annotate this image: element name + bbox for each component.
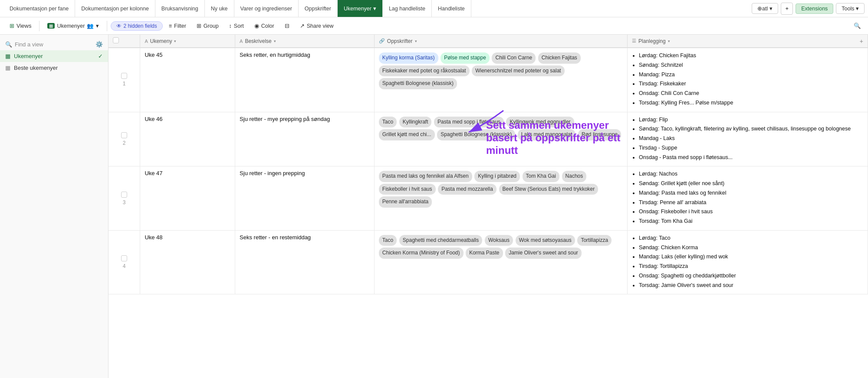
cell-beskrivelse-2[interactable]: Sju retter - mye prepping på søndag [235,112,375,166]
layout-icon: ⊟ [285,23,289,29]
tag[interactable]: Spaghetti Bolognese (klassisk) [437,129,515,140]
planlegging-list-3: Lørdag: Nachos Søndag: Grillet kjøtt (el… [632,170,863,225]
row-checkbox-2[interactable] [121,132,127,138]
list-item: Lørdag: Nachos [639,170,863,178]
tag[interactable]: Laks med mangosalat [518,129,575,140]
atl-button[interactable]: ⊕atl ▾ [752,3,778,14]
tag[interactable]: Beef Stew (Serious Eats) med trykkoker [499,184,598,195]
tag[interactable]: Taco [379,235,397,246]
share-button[interactable]: ↗ Share view [296,21,338,31]
tag[interactable]: Pasta med sopp i fløtesaus [434,117,504,128]
cell-ukemeny-2[interactable]: Uke 46 [140,112,235,166]
hidden-fields-button[interactable]: 👁 2 hidden fields [111,21,162,31]
list-item: Onsdag: Fiskeboller i hvit saus [639,208,863,216]
cell-oppskrifter-1[interactable]: Kylling korma (Saritas) Pølse med stappe… [374,48,627,112]
tag[interactable]: Kyllingwok med eggnudler [506,117,574,128]
tag[interactable]: Kylling korma (Saritas) [379,52,438,64]
tab-lag-handleliste[interactable]: Lag handleliste [383,0,432,17]
tag[interactable]: Tortillapizza [577,235,612,246]
tools-button[interactable]: Tools ▾ [836,3,865,14]
tab-varer[interactable]: Varer og ingredienser [234,0,299,17]
tab-dokumentasjon-kolonne[interactable]: Dokumentasjon per kolonne [75,0,155,17]
tag[interactable]: Taco [379,117,397,128]
tab-ukemenyer[interactable]: Ukemenyer ▾ [338,0,383,17]
cell-beskrivelse-1[interactable]: Seks retter, en hurtigmiddag [235,48,375,112]
col-sort-icon3: ▾ [415,39,417,43]
cell-ukemeny-3[interactable]: Uke 47 [140,166,235,231]
header-planlegging[interactable]: ☰ Planlegging ▾ + [627,35,868,48]
tag[interactable]: Wok med søtsoyasaus [516,235,575,246]
tab-handleliste[interactable]: Handleliste [432,0,471,17]
sidebar-item-beste-ukemenyer[interactable]: ▦ Beste ukemenyer [0,62,108,74]
views-button[interactable]: ⊞ Views [5,21,36,31]
color-button[interactable]: ◉ Color [250,21,279,31]
tag[interactable]: Jamie Oliver's sweet and sour [505,248,582,259]
sidebar-item-ukemenyer[interactable]: ▦ Ukemenyer ✓ [0,50,108,62]
tag[interactable]: Chili Con Carne [492,52,536,64]
table-view-button[interactable]: ▦ Ukemenyer 👥 ▾ [43,21,103,31]
chevron-down-icon: ▾ [373,5,376,12]
tab-ny-uke[interactable]: Ny uke [205,0,234,17]
tag[interactable]: Grillet kjøtt med chi... [379,129,435,140]
filter-button[interactable]: ≡ Filter [164,21,191,31]
gear-icon[interactable]: ⚙️ [95,41,103,48]
tag[interactable]: Rød linsesuppe [578,129,621,140]
header-ukemeny[interactable]: A Ukemeny ▾ [140,35,235,48]
row-number-2: 2 [108,112,140,166]
list-item: Tirsdag: Fiskekaker [639,80,863,88]
sort-button[interactable]: ↕ Sort [225,21,248,31]
tag[interactable]: Kyllingkraft [399,117,432,128]
col-type-link-icon: 🔗 [379,38,385,44]
row-number-3: 3 [108,166,140,231]
tab-dokumentasjon-fane[interactable]: Dokumentasjon per fane [3,0,75,17]
row-checkbox-4[interactable] [121,255,127,261]
row-checkbox-1[interactable] [121,73,127,79]
row-checkbox-3[interactable] [121,192,127,198]
tag[interactable]: Fiskekaker med potet og råkostsalat [379,65,470,77]
extensions-button[interactable]: Extensions [796,3,833,14]
top-nav-right: ⊕atl ▾ + Extensions Tools ▾ [752,3,865,15]
col-add-icon[interactable]: + [860,38,863,45]
cell-beskrivelse-4[interactable]: Seks retter - en restemiddag [235,230,375,294]
table-icon-beste: ▦ [5,65,10,71]
tag[interactable]: Woksaus [485,235,513,246]
tag[interactable]: Chicken Fajitas [538,52,581,64]
tag[interactable]: Fiskeboller i hvit saus [379,184,436,195]
tab-oppskrifter[interactable]: Oppskrifter [299,0,338,17]
tag[interactable]: Pasta med laks og fennikel ala Alfsen [379,171,472,182]
tag[interactable]: Spaghetti med cheddarmeatballs [399,235,482,246]
col-ukemeny-label: Ukemeny [150,38,172,44]
cell-oppskrifter-4[interactable]: Taco Spaghetti med cheddarmeatballs Woks… [374,230,627,294]
cell-oppskrifter-2[interactable]: Taco Kyllingkraft Pasta med sopp i fløte… [374,112,627,166]
tag[interactable]: Wienerschnitzel med poteter og salat [472,65,564,77]
cell-ukemeny-4[interactable]: Uke 48 [140,230,235,294]
tag[interactable]: Korma Paste [466,248,503,259]
header-oppskrifter[interactable]: 🔗 Oppskrifter ▾ [374,35,627,48]
tag[interactable]: Spaghetti Bolognese (klassisk) [379,78,457,89]
cell-oppskrifter-3[interactable]: Pasta med laks og fennikel ala Alfsen Ky… [374,166,627,231]
layout-button[interactable]: ⊟ [280,21,294,31]
search-button[interactable]: 🔍 [852,21,863,31]
cell-planlegging-1: Lørdag: Chicken Fajitas Søndag: Schnitze… [627,48,868,112]
tag[interactable]: Chicken Korma (Ministry of Food) [379,248,464,259]
list-item: Torsdag: Tom Kha Gai [639,217,863,225]
tag[interactable]: Penne all'arrabbiata [379,196,432,208]
tab-bruksanvisning[interactable]: Bruksanvisning [155,0,205,17]
divider-1 [39,21,39,31]
plus-button[interactable]: + [781,3,793,15]
tag[interactable]: Pølse med stappe [441,52,490,64]
header-checkbox-input[interactable] [113,37,119,43]
tag[interactable]: Pasta med mozzarella [438,184,496,195]
tag[interactable]: Nachos [562,171,587,182]
table-area: A Ukemeny ▾ A Beskrivelse ▾ [108,35,868,378]
share-icon: ↗ [300,23,305,29]
group-button[interactable]: ⊞ Group [192,21,223,31]
cell-beskrivelse-3[interactable]: Sju retter - ingen prepping [235,166,375,231]
tag[interactable]: Tom Kha Gai [523,171,559,182]
header-beskrivelse[interactable]: A Beskrivelse ▾ [235,35,375,48]
cell-ukemeny-1[interactable]: Uke 45 [140,48,235,112]
header-checkbox[interactable] [108,35,140,48]
sidebar-search[interactable]: 🔍 Find a view ⚙️ [0,38,108,50]
tag[interactable]: Kylling i pitabrød [474,171,520,182]
row-index-1: 1 [123,81,126,87]
